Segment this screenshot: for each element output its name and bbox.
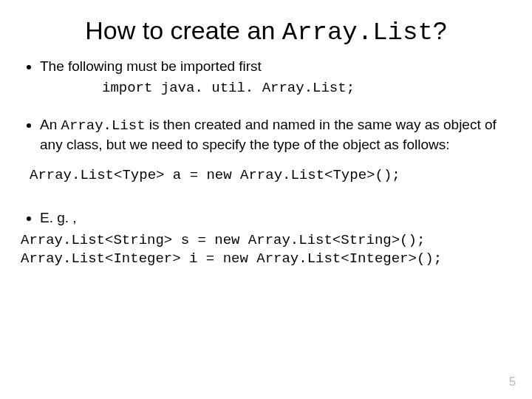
import-code: import java. util. Array.List; (102, 80, 511, 96)
type-code: Array.List<Type> a = new Array.List<Type… (30, 167, 511, 183)
page-number: 5 (509, 375, 516, 389)
slide: How to create an Array.List? The followi… (0, 0, 532, 399)
bullet2-mono: Array.List (61, 117, 146, 134)
bullet-list-2: An Array.List is then created and named … (21, 115, 511, 154)
bullet-creation: An Array.List is then created and named … (40, 115, 511, 154)
bullet2-pre: An (40, 117, 61, 132)
title-post: ? (433, 16, 447, 44)
examples-code: Array.List<String> s = new Array.List<St… (21, 231, 511, 268)
bullet-examples: E. g. , (40, 208, 511, 227)
slide-title: How to create an Array.List? (21, 16, 511, 47)
title-pre: How to create an (85, 16, 282, 44)
title-mono: Array.List (282, 18, 433, 47)
bullet-import: The following must be imported first (40, 57, 511, 75)
bullet-list-1: The following must be imported first (21, 57, 511, 75)
bullet-list-3: E. g. , (21, 208, 511, 227)
